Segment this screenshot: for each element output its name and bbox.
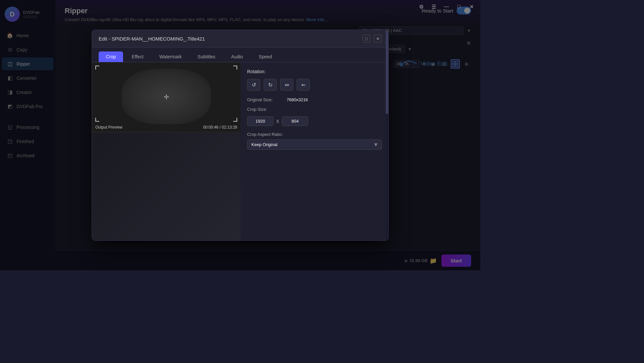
crop-corner-br <box>233 118 237 122</box>
dialog-title: Edit - SPIDER-MAN__HOMECOMING_.Title421 <box>99 36 205 42</box>
scrollbar-track[interactable] <box>386 62 388 240</box>
output-preview-label: Output Preview <box>95 125 122 130</box>
crop-width-input[interactable] <box>247 116 274 126</box>
preview-bottom <box>92 133 241 240</box>
dialog-body: ✛ Output Preview 00:00:46 / 02:13:28 Rot… <box>92 62 388 240</box>
aspect-ratio-select[interactable]: Keep Original <box>247 139 382 150</box>
preview-timecode: 00:00:46 / 02:13:28 <box>203 125 237 130</box>
tab-effect[interactable]: Effect <box>124 51 151 62</box>
crop-center-cross: ✛ <box>164 93 169 101</box>
tab-watermark[interactable]: Watermark <box>152 51 189 62</box>
crop-size-label: Crop Size: <box>247 107 283 112</box>
minimize-button[interactable]: — <box>441 2 451 12</box>
video-preview-top: ✛ <box>92 62 241 132</box>
flip-horizontal-button[interactable]: ⇔ <box>280 79 293 91</box>
rotate-cw-button[interactable]: ↻ <box>264 79 277 91</box>
crop-controls: Rotation: ↺ ↻ ⇔ ⇐ Original Size: 7680x32… <box>241 62 388 240</box>
aspect-ratio-label: Crop Aspect Ratio: <box>247 132 382 137</box>
tab-speed[interactable]: Speed <box>251 51 279 62</box>
rotation-row: ↺ ↻ ⇔ ⇐ <box>247 79 382 91</box>
crop-size-inputs: X <box>247 116 382 126</box>
aspect-select-wrapper: Keep Original ▼ <box>247 139 382 150</box>
dialog-footer: Default Apply to All <box>92 240 388 241</box>
dialog-tabs: Crop Effect Watermark Subtitles Audio Sp… <box>92 47 388 62</box>
preview-area: ✛ Output Preview 00:00:46 / 02:13:28 <box>92 62 241 240</box>
menu-button[interactable]: ☰ <box>429 2 439 12</box>
preview-top: ✛ Output Preview 00:00:46 / 02:13:28 <box>92 62 241 132</box>
crop-corner-tl <box>95 66 99 70</box>
crop-height-input[interactable] <box>282 116 308 126</box>
video-frame-bottom <box>92 133 241 240</box>
tab-crop[interactable]: Crop <box>99 51 123 62</box>
original-size-value: 7680x3216 <box>287 97 308 102</box>
aspect-ratio-section: Crop Aspect Ratio: Keep Original ▼ <box>247 132 382 150</box>
rotation-label: Rotation: <box>247 69 382 74</box>
close-button[interactable]: ✕ <box>467 2 476 12</box>
crop-size-label-row: Crop Size: <box>247 107 382 112</box>
flip-vertical-button[interactable]: ⇐ <box>297 79 310 91</box>
original-size-label: Original Size: <box>247 97 283 102</box>
edit-dialog: Edit - SPIDER-MAN__HOMECOMING_.Title421 … <box>92 30 389 241</box>
rotate-ccw-button[interactable]: ↺ <box>247 79 260 91</box>
maximize-button[interactable]: □ <box>454 2 464 12</box>
original-size-row: Original Size: 7680x3216 <box>247 97 382 102</box>
crop-corner-tr <box>233 66 237 70</box>
settings-button[interactable]: ⚙ <box>416 2 426 12</box>
crop-corner-bl <box>95 118 99 122</box>
scrollbar-thumb[interactable] <box>386 62 388 114</box>
dialog-close-button[interactable]: ✕ <box>374 35 382 43</box>
tab-audio[interactable]: Audio <box>224 51 250 62</box>
dialog-controls: □ ✕ <box>363 35 382 43</box>
title-bar: ⚙ ☰ — □ ✕ <box>414 0 480 13</box>
dialog-maximize-button[interactable]: □ <box>363 35 370 43</box>
dialog-header: Edit - SPIDER-MAN__HOMECOMING_.Title421 … <box>92 30 388 47</box>
tab-subtitles[interactable]: Subtitles <box>190 51 223 62</box>
x-separator: X <box>276 119 279 124</box>
